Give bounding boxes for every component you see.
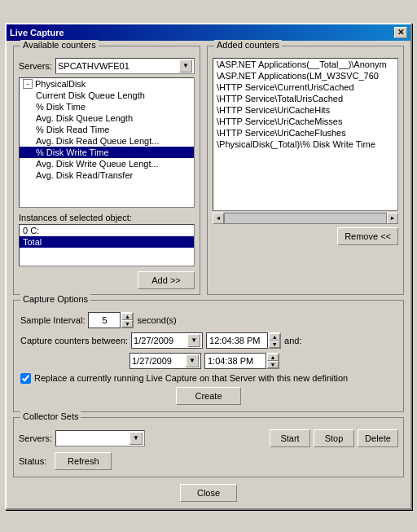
- start-button[interactable]: Start: [270, 429, 310, 447]
- time2-spinner-arrows[interactable]: ▲ ▼: [266, 353, 279, 369]
- tree-item[interactable]: Avg. Disk Queue Length: [20, 112, 194, 124]
- tree-item-selected[interactable]: % Disk Write Time: [20, 147, 194, 158]
- time2-up-arrow[interactable]: ▲: [267, 354, 279, 361]
- sample-interval-label: Sample Interval:: [20, 315, 85, 325]
- added-item[interactable]: \HTTP Service\TotalUrisCached: [213, 93, 397, 104]
- refresh-button[interactable]: Refresh: [55, 452, 112, 470]
- tree-item[interactable]: - PhysicalDisk: [20, 78, 194, 90]
- instance-item[interactable]: 0 C:: [20, 225, 194, 236]
- server-combo-value: SPCATHVWFE01: [58, 61, 179, 71]
- date2-arrow[interactable]: ▼: [186, 354, 199, 367]
- added-counters-list[interactable]: \ASP.NET Applications(__Total__)\Anonym …: [213, 58, 398, 211]
- time1-up-arrow[interactable]: ▲: [269, 333, 280, 341]
- tree-item[interactable]: Avg. Disk Read/Transfer: [20, 169, 194, 181]
- status-label: Status:: [19, 456, 46, 466]
- time2-down-arrow[interactable]: ▼: [267, 361, 279, 368]
- server-combo[interactable]: SPCATHVWFE01 ▼: [55, 58, 195, 74]
- sample-interval-unit: second(s): [137, 315, 176, 325]
- sample-interval-input[interactable]: 5: [88, 312, 121, 328]
- time1-spinner-arrows[interactable]: ▲ ▼: [268, 332, 281, 349]
- window-title: Live Capture: [10, 28, 64, 37]
- replace-checkbox[interactable]: [20, 373, 31, 384]
- added-item[interactable]: \HTTP Service\UriCacheMisses: [213, 116, 397, 127]
- time1-spinner-wrapper: 12:04:38 PM ▲ ▼: [206, 332, 281, 349]
- instance-item-selected[interactable]: Total: [20, 236, 194, 248]
- time2-spinner-wrapper: 1:04:38 PM ▲ ▼: [204, 353, 279, 369]
- date1-combo[interactable]: 1/27/2009 ▼: [131, 332, 203, 349]
- available-counters-legend: Available counters: [20, 40, 99, 50]
- tree-expand-icon[interactable]: -: [23, 79, 33, 89]
- live-capture-window: Live Capture ✕ Available counters Server…: [5, 23, 412, 510]
- capture-options-group: Capture Options Sample Interval: 5 ▲ ▼ s…: [13, 300, 404, 412]
- added-item[interactable]: \HTTP Service\UriCacheHits: [213, 104, 397, 116]
- tree-item[interactable]: Avg. Disk Read Queue Lengt...: [20, 135, 194, 147]
- sample-interval-spinner[interactable]: ▲ ▼: [121, 312, 134, 328]
- added-item[interactable]: \HTTP Service\UriCacheFlushes: [213, 127, 397, 138]
- server-combo-arrow[interactable]: ▼: [179, 59, 192, 73]
- servers-label-left: Servers:: [19, 61, 52, 71]
- scroll-track[interactable]: [224, 213, 387, 224]
- tree-item[interactable]: % Disk Read Time: [20, 124, 194, 135]
- date1-value: 1/27/2009: [134, 336, 173, 345]
- collector-sets-legend: Collector Sets: [20, 411, 81, 421]
- scroll-left-arrow[interactable]: ◄: [213, 213, 224, 224]
- capture-between-label: Capture counters between:: [20, 336, 128, 345]
- added-counters-group: Added counters \ASP.NET Applications(__T…: [207, 46, 404, 295]
- scroll-right-arrow[interactable]: ►: [387, 213, 398, 224]
- available-counters-group: Available counters Servers: SPCATHVWFE01…: [13, 46, 200, 295]
- delete-button[interactable]: Delete: [358, 429, 398, 447]
- instances-label: Instances of selected object:: [19, 213, 195, 222]
- added-item[interactable]: \ASP.NET Applications(__Total__)\Anonym: [213, 59, 397, 70]
- capture-options-legend: Capture Options: [20, 294, 90, 304]
- spinner-up-arrow[interactable]: ▲: [121, 313, 133, 320]
- added-counters-legend: Added counters: [214, 40, 282, 50]
- create-button[interactable]: Create: [176, 387, 241, 405]
- added-item[interactable]: \PhysicalDisk(_Total)\% Disk Write Time: [213, 138, 397, 150]
- time1-down-arrow[interactable]: ▼: [269, 341, 280, 348]
- collector-server-arrow[interactable]: ▼: [129, 432, 143, 445]
- stop-button[interactable]: Stop: [314, 429, 354, 447]
- counters-tree[interactable]: - PhysicalDisk Current Disk Queue Length…: [19, 77, 195, 208]
- added-item[interactable]: \HTTP Service\CurrentUrisCached: [213, 81, 397, 93]
- tree-item-label: PhysicalDisk: [35, 79, 86, 89]
- checkbox-label: Replace a currently running Live Capture…: [34, 373, 348, 383]
- tree-item[interactable]: Avg. Disk Write Queue Lengt...: [20, 158, 194, 169]
- spinner-down-arrow[interactable]: ▼: [121, 320, 133, 328]
- time1-input[interactable]: 12:04:38 PM: [206, 332, 268, 349]
- time2-input[interactable]: 1:04:38 PM: [204, 353, 266, 369]
- add-button[interactable]: Add >>: [138, 271, 195, 289]
- collector-sets-group: Collector Sets Servers: ▼ Start Stop Del…: [13, 417, 404, 477]
- collector-server-combo[interactable]: ▼: [55, 430, 145, 446]
- close-window-button[interactable]: ✕: [394, 27, 407, 38]
- date2-combo[interactable]: 1/27/2009 ▼: [129, 353, 201, 369]
- and-label: and:: [284, 336, 301, 345]
- title-bar: Live Capture ✕: [7, 24, 410, 41]
- tree-item[interactable]: Current Disk Queue Length: [20, 90, 194, 101]
- added-item[interactable]: \ASP.NET Applications(LM_W3SVC_760: [213, 70, 397, 81]
- tree-item[interactable]: % Disk Time: [20, 101, 194, 112]
- collector-servers-label: Servers:: [19, 433, 52, 443]
- date1-arrow[interactable]: ▼: [187, 334, 200, 347]
- date2-value: 1/27/2009: [132, 356, 172, 366]
- instances-list[interactable]: 0 C: Total: [19, 224, 195, 266]
- close-button[interactable]: Close: [180, 484, 237, 502]
- remove-button[interactable]: Remove <<: [337, 227, 398, 245]
